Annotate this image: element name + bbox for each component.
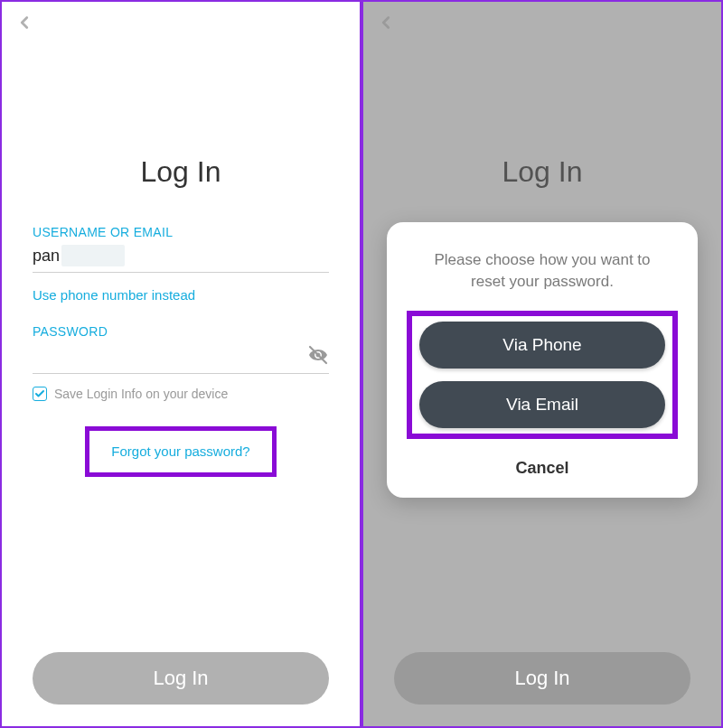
reset-password-screen: Log In USERNAME OR EMAIL Log In Please c… — [362, 0, 723, 728]
back-icon[interactable] — [14, 13, 34, 38]
cancel-button[interactable]: Cancel — [407, 452, 678, 478]
username-input[interactable]: pan — [33, 245, 329, 273]
save-login-label: Save Login Info on your device — [54, 387, 228, 401]
back-icon[interactable] — [376, 13, 396, 38]
eye-off-icon[interactable] — [307, 344, 329, 366]
forgot-password-link[interactable]: Forgot your password? — [111, 443, 249, 459]
page-title: Log In — [33, 155, 329, 189]
login-button[interactable]: Log In — [33, 652, 329, 705]
save-login-row[interactable]: Save Login Info on your device — [33, 387, 329, 401]
modal-message: Please choose how you want to reset your… — [407, 249, 678, 293]
checkbox-checked-icon[interactable] — [33, 387, 47, 401]
login-screen-left: Log In USERNAME OR EMAIL pan Use phone n… — [0, 0, 362, 728]
via-email-button[interactable]: Via Email — [419, 381, 665, 428]
login-form-background: Log In USERNAME OR EMAIL — [363, 2, 721, 245]
via-phone-button[interactable]: Via Phone — [419, 322, 665, 369]
highlight-box: Forgot your password? — [85, 426, 276, 477]
highlight-box: Via Phone Via Email — [407, 311, 678, 439]
password-label: PASSWORD — [33, 324, 329, 339]
forgot-password-wrap: Forgot your password? — [33, 426, 329, 477]
password-input[interactable] — [33, 344, 329, 374]
login-button: Log In — [394, 652, 690, 705]
reset-password-modal: Please choose how you want to reset your… — [387, 222, 698, 498]
page-title: Log In — [394, 155, 690, 189]
redacted-text — [61, 245, 125, 266]
username-value: pan — [33, 247, 60, 266]
login-form: Log In USERNAME OR EMAIL pan Use phone n… — [2, 2, 360, 477]
use-phone-link[interactable]: Use phone number instead — [33, 287, 329, 303]
username-label: USERNAME OR EMAIL — [33, 225, 329, 239]
